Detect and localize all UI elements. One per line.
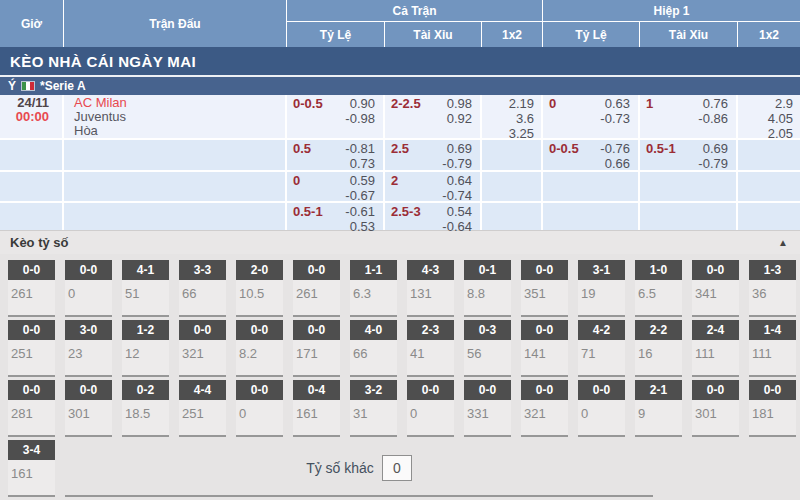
league-row[interactable]: Ý *Serie A (0, 75, 800, 95)
score-cell[interactable]: 3-231 (350, 380, 397, 437)
score-section-title: Kèo tỷ số (10, 235, 69, 250)
score-cell[interactable]: 0-00 (407, 380, 454, 437)
odds-values: 0.64 -0.74 (442, 173, 472, 201)
odds-value[interactable]: 2.05 (768, 126, 793, 141)
odds-value[interactable]: 2.19 (509, 96, 534, 111)
score-odds: 10.5 (236, 280, 283, 301)
odds-cell-h1-handicap[interactable]: 0-0.5 -0.76 0.66 (543, 140, 638, 170)
match-teams-cell[interactable]: AC Milan Juventus Hòa (64, 95, 285, 138)
score-badge: 0-0 (293, 260, 340, 280)
odds-value[interactable]: 0.59 (350, 173, 375, 188)
score-cell[interactable]: 0-08.2 (236, 320, 283, 377)
score-cell[interactable]: 1-4111 (749, 320, 796, 377)
odds-value[interactable]: -0.67 (345, 188, 375, 203)
score-cell[interactable]: 1-336 (749, 260, 796, 317)
score-cell[interactable]: 0-356 (464, 320, 511, 377)
score-cell[interactable]: 2-216 (635, 320, 682, 377)
score-badge: 0-0 (692, 260, 739, 280)
score-cell[interactable]: 0-0281 (8, 380, 55, 437)
score-cell[interactable]: 0-0321 (521, 380, 568, 437)
score-cell[interactable]: 0-4161 (293, 380, 340, 437)
score-cell[interactable]: 0-0351 (521, 260, 568, 317)
odds-value[interactable]: -0.81 (345, 141, 375, 156)
score-cell[interactable]: 4-271 (578, 320, 625, 377)
score-cell[interactable]: 0-0261 (293, 260, 340, 317)
odds-value[interactable]: -0.64 (442, 219, 472, 234)
odds-value[interactable]: -0.98 (345, 111, 375, 126)
score-cell[interactable]: 2-4111 (692, 320, 739, 377)
odds-cell-h1-overunder[interactable]: 0.5-1 0.69 -0.79 (640, 140, 736, 170)
score-cell[interactable]: 4-151 (122, 260, 169, 317)
odds-cell-ft-handicap[interactable]: 0.5-1 -0.61 0.53 (287, 203, 383, 230)
score-cell[interactable]: 0-18.8 (464, 260, 511, 317)
score-cell[interactable]: 2-010.5 (236, 260, 283, 317)
odds-cell-ft-overunder[interactable]: 2-2.5 0.98 0.92 (385, 95, 480, 138)
score-cell[interactable]: 4-066 (350, 320, 397, 377)
score-cell[interactable]: 2-19 (635, 380, 682, 437)
overunder-line: 0.5-1 (646, 141, 676, 170)
odds-value[interactable]: 0.92 (447, 111, 472, 126)
odds-value[interactable]: 0.73 (350, 156, 375, 171)
score-cell[interactable]: 0-0301 (692, 380, 739, 437)
score-cell[interactable]: 0-00 (236, 380, 283, 437)
score-odds: 18.5 (122, 400, 169, 421)
score-cell[interactable]: 3-4161 (8, 440, 55, 497)
score-cell[interactable]: 1-16.3 (350, 260, 397, 317)
odds-value[interactable]: -0.79 (442, 156, 472, 171)
score-cell[interactable]: 2-341 (407, 320, 454, 377)
score-cell[interactable]: 0-0141 (521, 320, 568, 377)
odds-value[interactable]: 0.53 (350, 219, 375, 234)
odds-cell-h1-1x2[interactable]: 2.9 4.05 2.05 (738, 95, 800, 138)
odds-value[interactable]: 2.9 (775, 96, 793, 111)
odds-value[interactable]: 0.64 (447, 173, 472, 188)
empty-cell (64, 172, 285, 201)
odds-value[interactable]: 0.54 (447, 204, 472, 219)
score-cell[interactable]: 3-119 (578, 260, 625, 317)
score-cell[interactable]: 0-0301 (65, 380, 112, 437)
score-cell[interactable]: 0-0251 (8, 320, 55, 377)
odds-cell-ft-handicap[interactable]: 0-0.5 0.90 -0.98 (287, 95, 383, 138)
odds-cell-ft-handicap[interactable]: 0 0.59 -0.67 (287, 172, 383, 201)
score-cell[interactable]: 3-366 (179, 260, 226, 317)
odds-cell-h1-overunder[interactable]: 1 0.76 -0.86 (640, 95, 736, 138)
odds-value[interactable]: -0.61 (345, 204, 375, 219)
score-cell[interactable]: 0-00 (578, 380, 625, 437)
odds-value[interactable]: 0.66 (605, 156, 630, 171)
score-cell[interactable]: 0-0261 (8, 260, 55, 317)
odds-cell-ft-overunder[interactable]: 2.5 0.69 -0.79 (385, 140, 480, 170)
odds-cell-h1-handicap[interactable]: 0 0.63 -0.73 (543, 95, 638, 138)
score-cell[interactable]: 0-0321 (179, 320, 226, 377)
score-cell[interactable]: 0-0341 (692, 260, 739, 317)
score-cell[interactable]: 1-212 (122, 320, 169, 377)
odds-value[interactable]: 0.76 (703, 96, 728, 111)
other-score-value[interactable]: 0 (382, 455, 412, 481)
score-cell[interactable]: 3-023 (65, 320, 112, 377)
odds-value[interactable]: 0.69 (703, 141, 728, 156)
score-cell[interactable]: 0-218.5 (122, 380, 169, 437)
score-section-header[interactable]: Kèo tỷ số ▲ (0, 230, 800, 254)
score-cell[interactable]: 0-00 (65, 260, 112, 317)
odds-value[interactable]: -0.74 (442, 188, 472, 203)
odds-value[interactable]: 0.63 (605, 96, 630, 111)
odds-value[interactable]: -0.79 (698, 156, 728, 171)
odds-cell-ft-overunder[interactable]: 2 0.64 -0.74 (385, 172, 480, 201)
score-cell[interactable]: 0-0181 (749, 380, 796, 437)
score-cell[interactable]: 1-06.5 (635, 260, 682, 317)
odds-value[interactable]: -0.86 (698, 111, 728, 126)
odds-cell-ft-overunder[interactable]: 2.5-3 0.54 -0.64 (385, 203, 480, 230)
score-cell[interactable]: 0-0171 (293, 320, 340, 377)
score-cell[interactable]: 4-4251 (179, 380, 226, 437)
odds-value[interactable]: 0.90 (350, 96, 375, 111)
odds-value[interactable]: 0.98 (447, 96, 472, 111)
odds-value[interactable]: 3.6 (516, 111, 534, 126)
odds-cell-ft-1x2[interactable]: 2.19 3.6 3.25 (482, 95, 541, 138)
chevron-up-icon[interactable]: ▲ (778, 237, 788, 248)
odds-value[interactable]: 0.69 (447, 141, 472, 156)
score-cell[interactable]: 0-0331 (464, 380, 511, 437)
odds-value[interactable]: -0.73 (600, 111, 630, 126)
odds-value[interactable]: 3.25 (509, 126, 534, 141)
score-cell[interactable]: 4-3131 (407, 260, 454, 317)
odds-cell-ft-handicap[interactable]: 0.5 -0.81 0.73 (287, 140, 383, 170)
odds-value[interactable]: 4.05 (768, 111, 793, 126)
odds-value[interactable]: -0.76 (600, 141, 630, 156)
